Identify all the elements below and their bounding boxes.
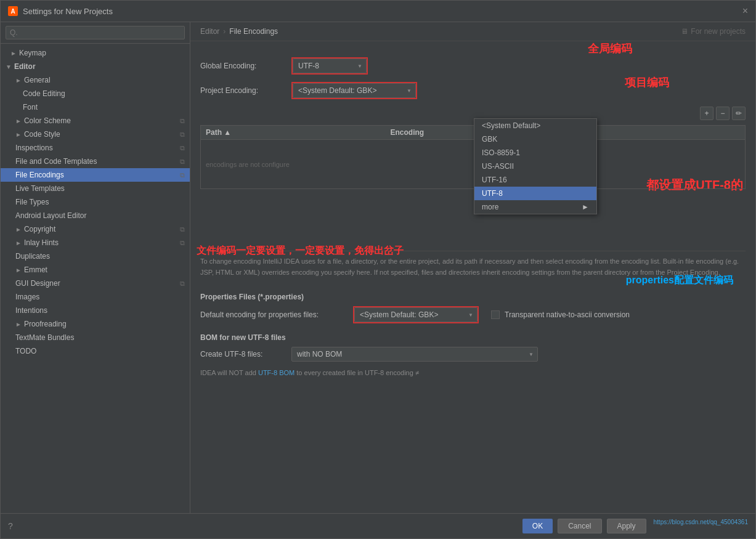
sidebar-item-android-layout-editor[interactable]: Android Layout Editor [1,209,190,222]
file-code-templates-copy-icon: ⧉ [180,158,185,166]
project-encoding-row: Project Encoding: <System Default: GBK> [200,82,746,99]
title-bar-left: A Settings for New Projects [8,6,113,16]
properties-section-title: Properties Files (*.properties) [200,293,746,301]
sidebar-item-color-scheme[interactable]: Color Scheme ⧉ [1,114,190,128]
inlay-hints-expand-icon [15,240,22,246]
more-arrow-icon: ► [582,203,589,211]
dropdown-option-gbk[interactable]: GBK [474,132,596,146]
color-scheme-label: Color Scheme [24,116,71,125]
android-layout-editor-label: Android Layout Editor [15,211,86,220]
keymap-expand-icon [10,50,17,57]
remove-path-button[interactable]: − [716,107,730,120]
dropdown-option-utf16[interactable]: UTF-16 [474,173,596,187]
dropdown-option-usascii[interactable]: US-ASCII [474,160,596,173]
search-input[interactable] [6,26,185,39]
transparent-checkbox-row: Transparent native-to-ascii conversion [491,310,630,319]
title-bar: A Settings for New Projects × [1,1,755,22]
breadcrumb-parent: Editor [200,27,219,36]
properties-encoding-value: <System Default: GBK> [360,310,438,319]
add-path-button[interactable]: + [700,107,713,120]
dropdown-option-iso8859[interactable]: ISO-8859-1 [474,146,596,160]
empty-message: encodings are not configure [201,140,746,189]
sidebar-item-emmet[interactable]: Emmet [1,263,190,277]
global-encoding-value: UTF-8 [298,62,319,70]
properties-encoding-dropdown[interactable]: <System Default: GBK> [354,307,478,322]
dialog-body: Keymap Editor General Code Editing Font [1,22,755,513]
duplicates-label: Duplicates [15,252,50,261]
file-encodings-copy-icon: ⧉ [180,171,185,179]
cancel-button[interactable]: Cancel [558,519,601,533]
sidebar-item-gui-designer[interactable]: GUI Designer ⧉ [1,277,190,290]
create-utf8-value: with NO BOM [297,350,342,359]
encoding-table-container: + − ✏ Path ▲ Encoding [200,107,746,189]
settings-dialog: A Settings for New Projects × Keymap Edi… [0,0,756,539]
breadcrumb: Editor › File Encodings 🖥 For new projec… [190,22,755,41]
sidebar-item-code-editing[interactable]: Code Editing [1,87,190,100]
inlay-hints-copy-icon: ⧉ [180,239,185,247]
gui-designer-label: GUI Designer [15,279,60,288]
project-encoding-dropdown[interactable]: <System Default: GBK> [293,83,416,98]
dropdown-option-utf8[interactable]: UTF-8 [474,187,596,200]
copyright-expand-icon [15,226,22,233]
transparent-checkbox[interactable] [491,310,500,319]
sidebar-item-images[interactable]: Images [1,290,190,304]
for-new-projects-badge: 🖥 For new projects [681,27,746,36]
monitor-icon: 🖥 [681,27,688,36]
main-content: Editor › File Encodings 🖥 For new projec… [190,22,755,513]
apply-button[interactable]: Apply [607,519,646,533]
textmate-bundles-label: TextMate Bundles [15,333,74,342]
close-button[interactable]: × [742,6,748,17]
sidebar-item-code-style[interactable]: Code Style ⧉ [1,128,190,141]
file-types-label: File Types [15,198,49,206]
global-encoding-label: Global Encoding: [200,62,287,70]
editor-expand-icon [6,63,12,70]
sidebar-item-file-code-templates[interactable]: File and Code Templates ⧉ [1,155,190,168]
ok-button[interactable]: OK [522,519,553,533]
sidebar-item-keymap[interactable]: Keymap [1,46,190,60]
file-encodings-label: File Encodings [15,171,64,179]
general-expand-icon [15,77,22,84]
project-encoding-value: <System Default: GBK> [298,86,376,95]
sidebar-item-proofreading[interactable]: Proofreading [1,317,190,331]
intentions-label: Intentions [15,306,47,315]
sidebar-item-live-templates[interactable]: Live Templates [1,182,190,195]
url-link[interactable]: https://blog.csdn.net/qq_45004361 [654,519,748,533]
create-utf8-dropdown[interactable]: with NO BOM [291,347,538,362]
sidebar-item-inlay-hints[interactable]: Inlay Hints ⧉ [1,236,190,249]
bom-info: IDEA will NOT add UTF-8 BOM to every cre… [200,369,746,376]
color-scheme-expand-icon [15,118,22,124]
copyright-copy-icon: ⧉ [180,225,185,233]
copyright-label: Copyright [24,225,55,233]
sidebar-item-textmate-bundles[interactable]: TextMate Bundles [1,331,190,344]
create-utf8-label: Create UTF-8 files: [200,350,287,359]
code-editing-label: Code Editing [23,89,65,98]
edit-path-button[interactable]: ✏ [732,107,746,120]
live-templates-label: Live Templates [15,184,65,193]
sidebar-item-duplicates[interactable]: Duplicates [1,249,190,263]
sidebar-item-todo[interactable]: TODO [1,344,190,358]
sidebar-item-intentions[interactable]: Intentions [1,304,190,317]
table-toolbar: + − ✏ [200,107,746,120]
sidebar-item-font[interactable]: Font [1,100,190,114]
global-encoding-dropdown[interactable]: UTF-8 [293,59,367,73]
emmet-label: Emmet [24,265,47,274]
sidebar-item-editor[interactable]: Editor [1,60,190,73]
sidebar-item-general[interactable]: General [1,73,190,87]
proofreading-expand-icon [15,321,22,328]
app-icon: A [8,6,18,16]
keymap-label: Keymap [19,49,46,57]
project-encoding-red-box: <System Default: GBK> [291,82,417,99]
sidebar-item-inspections[interactable]: Inspections ⧉ [1,141,190,155]
dropdown-option-more[interactable]: more ► [474,200,596,214]
sidebar-item-copyright[interactable]: Copyright ⧉ [1,222,190,236]
help-icon[interactable]: ? [8,521,13,531]
dropdown-option-system-default[interactable]: <System Default> [474,119,596,132]
bom-link[interactable]: UTF-8 BOM [258,369,295,376]
gui-designer-copy-icon: ⧉ [180,280,185,288]
sidebar-item-file-types[interactable]: File Types [1,195,190,209]
content-area: 全局编码 Global Encoding: UTF-8 项目编码 Project… [190,41,755,513]
properties-encoding-row: Default encoding for properties files: <… [200,306,746,323]
sidebar: Keymap Editor General Code Editing Font [1,22,190,513]
sidebar-item-file-encodings[interactable]: File Encodings ⧉ [1,168,190,182]
inspections-label: Inspections [15,144,53,152]
